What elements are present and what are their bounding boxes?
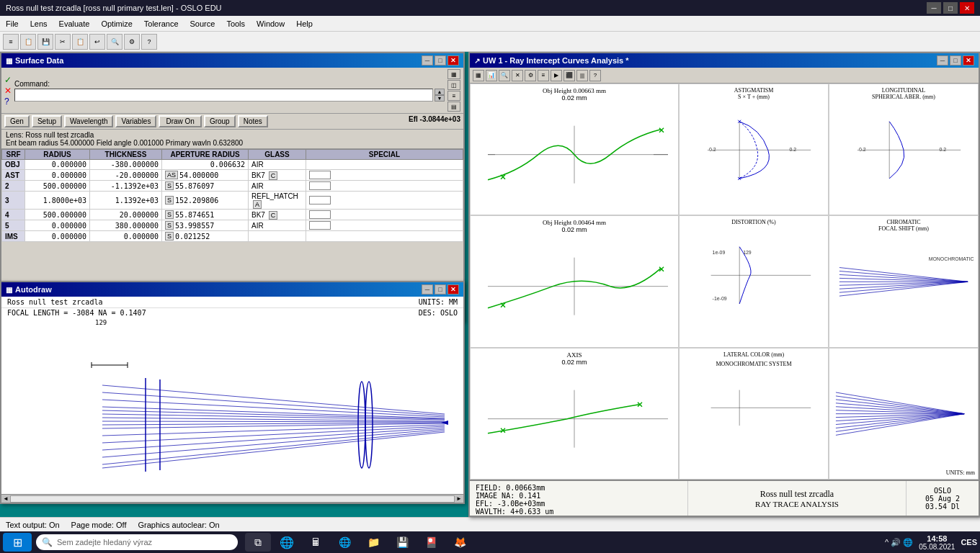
ra-tool-5[interactable]: ⚙ xyxy=(525,70,536,81)
c-tag-4[interactable]: C xyxy=(269,211,278,220)
ad-scroll-right[interactable]: ► xyxy=(455,495,463,502)
variables-button[interactable]: Variables xyxy=(115,115,156,127)
gen-button[interactable]: Gen xyxy=(4,115,30,127)
sd-accept-icon[interactable]: ✓ xyxy=(4,75,12,85)
taskbar-app-browser[interactable]: 🌐 xyxy=(331,533,357,552)
search-icon: 🔍 xyxy=(42,537,53,547)
taskbar-app-taskview[interactable]: ⧉ xyxy=(245,533,271,552)
menu-evaluate[interactable]: Evaluate xyxy=(53,18,96,30)
taskbar-app-red[interactable]: 🎴 xyxy=(418,533,444,552)
c-tag-ast[interactable]: C xyxy=(269,171,278,180)
menu-help[interactable]: Help xyxy=(290,18,318,30)
svg-line-12 xyxy=(102,423,445,428)
special-5-box[interactable] xyxy=(309,221,331,230)
command-input[interactable] xyxy=(14,89,433,102)
menu-file[interactable]: File xyxy=(0,18,24,30)
taskbar-app-explorer[interactable]: 📁 xyxy=(360,533,386,552)
ad-scroll-left[interactable]: ◄ xyxy=(1,495,10,502)
thickness-2-input[interactable] xyxy=(90,181,161,191)
search-bar[interactable]: 🔍 Sem zadejte hledaný výraz xyxy=(36,534,238,550)
s-tag-4[interactable]: S xyxy=(165,210,174,219)
setup-button[interactable]: Setup xyxy=(32,115,62,127)
special-3-box[interactable] xyxy=(309,196,331,204)
menu-tolerance[interactable]: Tolerance xyxy=(138,18,184,30)
sd-right-icon-3[interactable]: ≡ xyxy=(447,91,460,101)
aperture-ast-val: 54.000000 xyxy=(179,171,218,179)
svg-line-3 xyxy=(102,385,445,414)
ra-close-btn[interactable]: ✕ xyxy=(963,55,974,66)
ra-tool-2[interactable]: 📊 xyxy=(486,70,497,81)
toolbar-btn-2[interactable]: 📋 xyxy=(20,34,36,50)
special-2-box[interactable] xyxy=(309,181,331,190)
ad-scroll-track[interactable] xyxy=(10,495,455,503)
start-button[interactable]: ⊞ xyxy=(3,533,32,552)
sd-right-icon-4[interactable]: ▤ xyxy=(447,102,460,112)
date-label: 05 Aug 2 xyxy=(912,495,973,503)
sd-close-btn[interactable]: ✕ xyxy=(447,55,459,66)
thickness-ast-input[interactable] xyxy=(90,171,161,180)
toolbar-btn-3[interactable]: 💾 xyxy=(37,34,53,50)
taskbar-app-orange[interactable]: 🦊 xyxy=(447,533,473,552)
s-tag-3[interactable]: S xyxy=(165,196,174,204)
notes-button[interactable]: Notes xyxy=(238,115,268,127)
toolbar-btn-5[interactable]: 📋 xyxy=(72,34,88,50)
ra-maximize-btn[interactable]: □ xyxy=(950,55,961,66)
ra-tool-1[interactable]: ▦ xyxy=(473,70,484,81)
ad-hscrollbar[interactable]: ◄ ► xyxy=(1,494,463,503)
taskbar-app-edge[interactable]: 🌐 xyxy=(274,533,300,552)
a-tag-3[interactable]: A xyxy=(253,200,262,209)
plot-sub-top-left: 0.02 mm xyxy=(473,94,675,102)
sd-right-icon-1[interactable]: ▦ xyxy=(447,69,460,79)
sd-maximize-btn[interactable]: □ xyxy=(435,55,446,66)
ad-close-btn[interactable]: ✕ xyxy=(447,284,459,295)
main-maximize-btn[interactable]: □ xyxy=(943,2,958,14)
ra-tool-7[interactable]: ▶ xyxy=(551,70,562,81)
thickness-3-input[interactable] xyxy=(90,196,161,205)
sd-minimize-btn[interactable]: ─ xyxy=(422,55,433,66)
drawon-button[interactable]: Draw On xyxy=(159,115,201,127)
ra-tool-10[interactable]: ? xyxy=(589,70,601,81)
toolbar-btn-4[interactable]: ✂ xyxy=(55,34,71,50)
ra-tool-3[interactable]: 🔍 xyxy=(499,70,510,81)
sd-cancel-icon[interactable]: ✕ xyxy=(4,86,12,96)
ra-tool-9[interactable]: ||| xyxy=(576,70,588,81)
menu-source[interactable]: Source xyxy=(184,18,221,30)
ra-minimize-btn[interactable]: ─ xyxy=(937,55,948,66)
group-button[interactable]: Group xyxy=(204,115,236,127)
wavelength-button[interactable]: Wavelength xyxy=(64,115,113,127)
ad-minimize-btn[interactable]: ─ xyxy=(422,284,433,295)
toolbar-btn-7[interactable]: 🔍 xyxy=(107,34,122,50)
special-4-box[interactable] xyxy=(309,210,331,219)
taskbar-app-store[interactable]: 💾 xyxy=(389,533,415,552)
thickness-obj-input[interactable] xyxy=(90,160,161,169)
toolbar-btn-9[interactable]: ? xyxy=(141,34,157,50)
menu-optimize[interactable]: Optimize xyxy=(95,18,138,30)
analysis-type: RAY TRACE ANALYSIS xyxy=(694,500,900,508)
sd-right-icon-2[interactable]: ◫ xyxy=(447,80,460,90)
toolbar-btn-8[interactable]: ⚙ xyxy=(124,34,140,50)
toolbar-btn-1[interactable]: ≡ xyxy=(3,34,19,50)
cmd-scroll-down[interactable]: ▼ xyxy=(435,95,445,102)
special-ast-box[interactable] xyxy=(309,171,331,179)
toolbar-btn-6[interactable]: ↩ xyxy=(89,34,105,50)
thickness-4-input[interactable] xyxy=(90,210,161,220)
s-tag-ims[interactable]: S xyxy=(165,232,174,240)
menu-lens[interactable]: Lens xyxy=(24,18,53,30)
taskbar-app-calculator[interactable]: 🖩 xyxy=(303,533,329,552)
image-na-label: IMAGE NA: 0.141 xyxy=(476,492,682,500)
menu-tools[interactable]: Tools xyxy=(220,18,251,30)
sd-help-icon[interactable]: ? xyxy=(4,96,12,107)
s-tag-2[interactable]: S xyxy=(165,181,174,190)
ra-tool-4[interactable]: ✕ xyxy=(512,70,523,81)
menu-window[interactable]: Window xyxy=(251,18,290,30)
main-close-btn[interactable]: ✕ xyxy=(960,2,974,14)
as-tag[interactable]: AS xyxy=(165,171,178,179)
thickness-5-input[interactable] xyxy=(90,221,161,230)
cmd-scroll-up[interactable]: ▲ xyxy=(435,89,445,95)
col-srf: SRF xyxy=(2,150,25,160)
s-tag-5[interactable]: S xyxy=(165,221,174,230)
main-minimize-btn[interactable]: ─ xyxy=(927,2,941,14)
ra-tool-8[interactable]: ⬛ xyxy=(564,70,575,81)
ra-tool-6[interactable]: ≡ xyxy=(538,70,549,81)
ad-maximize-btn[interactable]: □ xyxy=(435,284,446,295)
